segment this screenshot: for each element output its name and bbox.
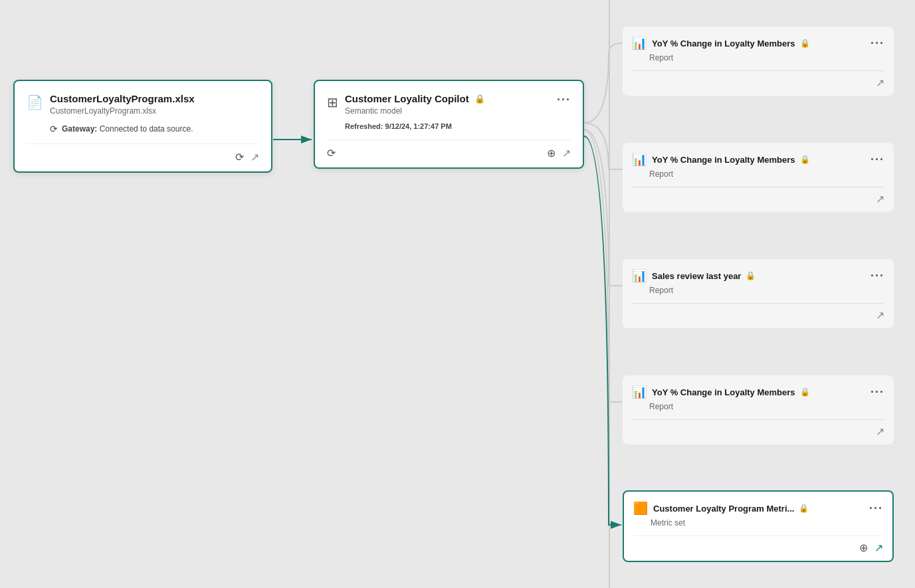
report-link-3[interactable]: ↗ [876,309,884,322]
report-type-2: Report [649,169,884,179]
report-title-4: YoY % Change in Loyalty Members [652,387,795,397]
report-lock-4: 🔒 [800,387,810,397]
report-lock-2: 🔒 [800,155,810,164]
report-bar-icon-1: 📊 [632,36,647,50]
lock-icon: 🔒 [474,94,485,104]
vertical-divider [609,0,610,588]
report-bar-icon-3: 📊 [632,268,647,283]
semantic-card: ⊞ Customer Loyality Copilot 🔒 Semantic m… [314,80,584,169]
report-type-3: Report [649,286,884,295]
refresh-icon[interactable]: ⟳ [327,147,336,159]
report-card-3: 📊 Sales review last year 🔒 ··· Report ↗ [623,259,894,328]
metric-lock: 🔒 [799,504,809,513]
source-title: CustomerLoyaltyProgram.xlsx [50,93,195,104]
report-type-1: Report [649,53,884,62]
report-bar-icon-4: 📊 [632,385,647,399]
gateway-label: Gateway: Connected to data source. [62,124,193,134]
refresh-label: Refreshed: 9/12/24, 1:27:47 PM [345,122,485,130]
link-icon[interactable]: ↗ [251,151,259,163]
metric-title: Customer Loyalty Program Metri... [653,504,794,514]
canvas: 📄 CustomerLoyaltyProgram.xlsx CustomerLo… [0,0,915,588]
metric-link-icon[interactable]: ↗ [874,541,883,554]
source-card: 📄 CustomerLoyaltyProgram.xlsx CustomerLo… [13,80,272,173]
metric-more-button[interactable]: ··· [869,502,883,516]
gateway-row: ⟳ Gateway: Connected to data source. [50,124,195,134]
report-title-1: YoY % Change in Loyalty Members [652,39,795,49]
link-icon[interactable]: ↗ [562,147,571,159]
report-card-1: 📊 YoY % Change in Loyalty Members 🔒 ··· … [623,27,894,96]
report-more-1[interactable]: ··· [870,37,884,50]
report-bar-icon-2: 📊 [632,152,647,167]
report-title-2: YoY % Change in Loyalty Members [652,155,795,165]
file-icon: 📄 [27,94,43,110]
copilot-icon[interactable]: ⊕ [547,147,556,159]
report-more-2[interactable]: ··· [870,153,884,167]
report-more-3[interactable]: ··· [870,269,884,283]
report-lock-1: 🔒 [800,39,810,48]
report-title-3: Sales review last year [652,271,741,281]
schedule-icon[interactable]: ⟳ [235,151,244,163]
metric-subtitle: Metric set [651,518,883,528]
report-link-1[interactable]: ↗ [876,76,884,89]
metric-icon: 🟧 [633,501,648,516]
report-more-4[interactable]: ··· [870,385,884,399]
semantic-icon: ⊞ [327,94,338,110]
gateway-icon: ⟳ [50,124,58,134]
metric-copilot-icon[interactable]: ⊕ [859,541,868,554]
report-type-4: Report [649,402,884,411]
source-subtitle: CustomerLoyaltyProgram.xlsx [50,106,195,116]
report-card-4: 📊 YoY % Change in Loyalty Members 🔒 ··· … [623,375,894,444]
report-card-2: 📊 YoY % Change in Loyalty Members 🔒 ··· … [623,143,894,212]
report-link-4[interactable]: ↗ [876,425,884,438]
report-link-2[interactable]: ↗ [876,193,884,205]
metric-card: 🟧 Customer Loyalty Program Metri... 🔒 ··… [623,490,894,562]
semantic-title: Customer Loyality Copilot [345,93,469,104]
semantic-subtitle: Semantic model [345,106,485,116]
more-menu-button[interactable]: ··· [557,93,571,107]
report-lock-3: 🔒 [746,271,756,280]
